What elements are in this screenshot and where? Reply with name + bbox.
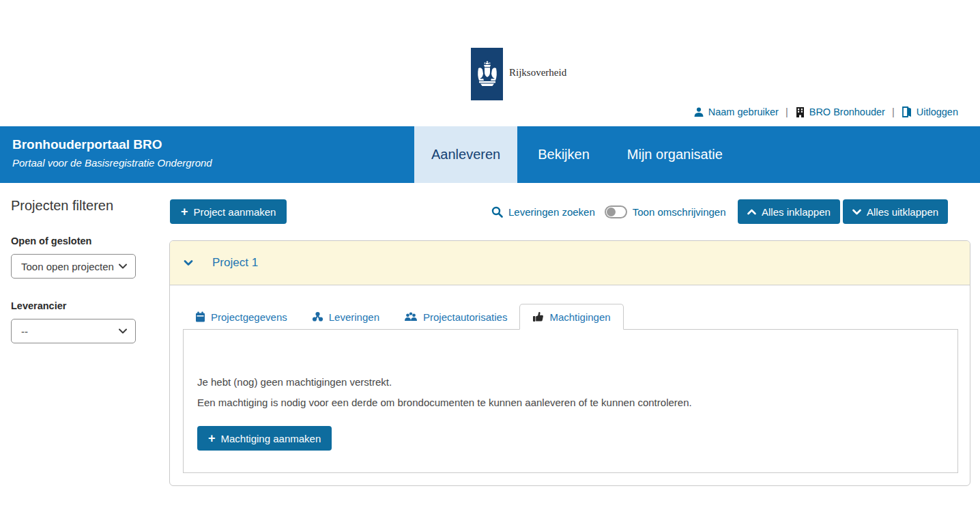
toggle-label[interactable]: Toon omschrijvingen xyxy=(633,206,726,218)
search-icon xyxy=(491,206,503,218)
organisation-link[interactable]: BRO Bronhouder xyxy=(795,106,885,117)
empty-state-text: Je hebt (nog) geen machtigingen verstrek… xyxy=(197,372,692,413)
separator: | xyxy=(786,106,788,117)
logout-link[interactable]: Uitloggen xyxy=(902,106,958,117)
tab-label: Projectautorisaties xyxy=(423,311,507,323)
sidebar-title: Projecten filteren xyxy=(11,198,161,214)
top-header: Rijksoverheid Naam gebruiker | BRO Bronh… xyxy=(0,0,980,126)
select-value: Toon open projecten xyxy=(21,261,114,272)
expand-all-button[interactable]: Alles uitklappen xyxy=(843,199,948,224)
tab-projectautorisaties[interactable]: Projectautorisaties xyxy=(392,304,519,330)
bronhouderportaal-page: Rijksoverheid Naam gebruiker | BRO Bronh… xyxy=(0,0,980,512)
chevron-down-icon xyxy=(119,264,127,269)
tab-label: Projectgegevens xyxy=(211,311,287,323)
nav-item-bekijken[interactable]: Bekijken xyxy=(521,126,607,183)
nav-item-aanleveren[interactable]: Aanleveren xyxy=(414,126,517,183)
plus-icon: + xyxy=(181,205,188,218)
plus-icon: + xyxy=(208,432,216,444)
open-gesloten-select[interactable]: Toon open projecten xyxy=(11,254,136,279)
logout-icon xyxy=(902,106,912,117)
machtigingen-tab-panel: Je hebt (nog) geen machtigingen verstrek… xyxy=(183,329,958,473)
empty-state-line2: Een machtiging is nodig voor een derde o… xyxy=(197,393,692,413)
collapse-all-label: Alles inklappen xyxy=(762,206,831,218)
navbar-brand: Bronhouderportaal BRO Portaal voor de Ba… xyxy=(12,137,212,169)
user-profile-link[interactable]: Naam gebruiker xyxy=(693,106,779,117)
tab-projectgegevens[interactable]: Projectgegevens xyxy=(183,304,300,330)
organisation-name: BRO Bronhouder xyxy=(809,106,885,117)
search-leveringen-link[interactable]: Leveringen zoeken xyxy=(508,206,595,218)
coat-of-arms-icon xyxy=(477,59,498,90)
building-icon xyxy=(795,106,805,117)
toon-omschrijvingen-toggle[interactable] xyxy=(605,205,627,218)
project-title: Project 1 xyxy=(212,256,258,270)
create-machtiging-label: Machtiging aanmaken xyxy=(221,433,321,444)
calendar-icon xyxy=(195,311,205,322)
create-project-button[interactable]: + Project aanmaken xyxy=(170,199,287,224)
user-icon xyxy=(693,106,704,117)
tab-label: Machtigingen xyxy=(549,311,610,323)
tab-machtigingen[interactable]: Machtigingen xyxy=(519,304,623,330)
chevron-down-icon xyxy=(184,259,193,266)
users-icon xyxy=(404,312,418,322)
project-card: Project 1 Projectgegevens Leveringen Pro… xyxy=(169,240,970,486)
rijksoverheid-emblem xyxy=(471,48,503,100)
nav-menu: Aanleveren Bekijken Mijn organisatie xyxy=(414,126,740,183)
app-title: Bronhouderportaal BRO xyxy=(12,137,212,152)
chevron-up-icon xyxy=(747,209,756,215)
rijksoverheid-logo: Rijksoverheid xyxy=(471,48,566,100)
filter-sidebar: Projecten filteren Open of gesloten Toon… xyxy=(11,198,161,343)
app-subtitle: Portaal voor de Basisregistratie Ondergr… xyxy=(12,157,212,169)
expand-all-label: Alles uitklappen xyxy=(867,206,938,218)
nav-item-mijn-organisatie[interactable]: Mijn organisatie xyxy=(610,126,740,183)
tab-label: Leveringen xyxy=(329,311,379,323)
chevron-down-icon xyxy=(852,209,861,215)
toggle-knob xyxy=(607,208,616,216)
project-header[interactable]: Project 1 xyxy=(170,241,970,285)
empty-state-line1: Je hebt (nog) geen machtigingen verstrek… xyxy=(197,372,692,393)
thumbs-up-icon xyxy=(532,311,544,322)
user-bar: Naam gebruiker | BRO Bronhouder | Uitlog… xyxy=(693,106,958,117)
share-nodes-icon xyxy=(312,311,323,322)
logout-label: Uitloggen xyxy=(917,106,958,117)
main-navbar: Bronhouderportaal BRO Portaal voor de Ba… xyxy=(0,126,980,183)
create-machtiging-button[interactable]: + Machtiging aanmaken xyxy=(197,426,332,451)
chevron-down-icon xyxy=(119,328,127,334)
project-tabs: Projectgegevens Leveringen Projectautori… xyxy=(183,303,624,330)
user-name: Naam gebruiker xyxy=(708,106,779,117)
logo-wordmark: Rijksoverheid xyxy=(509,67,566,79)
select-value: -- xyxy=(21,326,28,337)
collapse-all-button[interactable]: Alles inklappen xyxy=(738,199,840,224)
leverancier-select[interactable]: -- xyxy=(11,319,136,343)
tab-leveringen[interactable]: Leveringen xyxy=(300,304,392,330)
create-project-label: Project aanmaken xyxy=(194,206,276,218)
filter-label-open-gesloten: Open of gesloten xyxy=(11,236,161,246)
separator: | xyxy=(892,106,895,117)
filter-label-leverancier: Leverancier xyxy=(11,300,161,311)
